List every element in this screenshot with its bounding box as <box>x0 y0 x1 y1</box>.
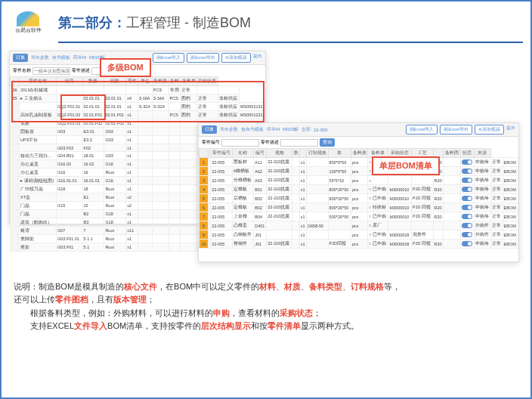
cell: GQ2.F01.02 <box>57 111 83 119</box>
column-header[interactable]: 单位 <box>138 77 152 86</box>
excel-import-button-2[interactable]: 画Excel导入 <box>406 125 438 135</box>
table-row[interactable]: 262013在机械城PCS常用正常 <box>11 86 265 94</box>
cell: 广州模万晶 <box>20 185 57 193</box>
cell: G03.F01.01 <box>57 235 83 243</box>
half-m-link[interactable]: 回半M <box>73 54 86 61</box>
export-params-link-2[interactable]: 导出参数 <box>220 126 238 133</box>
submit-link-2[interactable]: 提出 <box>506 125 515 135</box>
cell <box>138 185 152 193</box>
column-header[interactable]: 备料类 <box>152 77 169 86</box>
table-row[interactable]: 822-055凸榫盖D401x1D658-50pcs○ 原厂外购件正常EBOM <box>200 221 518 230</box>
m020-link-2[interactable]: M020解 <box>283 126 298 133</box>
table-row[interactable]: GQ2.F01.0102.01.0102.01.01x1S-32AS-32A图档… <box>11 103 265 111</box>
submit-link[interactable]: 提出 <box>253 53 262 63</box>
cell: 正常 <box>490 230 503 240</box>
cell: S-32A <box>152 103 169 111</box>
order-button-2[interactable]: 订单 <box>202 125 217 134</box>
column-header[interactable]: 零件编号 <box>211 149 233 158</box>
column-header[interactable] <box>200 149 209 158</box>
cell: 02.01.01 <box>104 94 126 103</box>
table-row[interactable]: 922-055凸钢板件J01x1pcs○ 已申购M3000018混形件外购件正常… <box>200 230 518 240</box>
column-header[interactable]: 零件 <box>126 77 138 86</box>
table-row[interactable]: 722-055上前榫B0422-210抗腐x1500*20*50pcs○ 已申购… <box>200 212 518 221</box>
column-header[interactable]: 零件名称 <box>20 77 57 86</box>
toggle-switch[interactable] <box>462 196 472 201</box>
column-header[interactable] <box>11 77 20 86</box>
table-row[interactable]: 322-055分榫槽板A6322-210抗腐x155*5*10pcs○R20中购… <box>200 176 518 185</box>
cell <box>460 221 474 230</box>
cell <box>169 103 181 111</box>
cell <box>307 240 329 249</box>
cell <box>169 193 181 202</box>
toggle-switch[interactable] <box>462 169 472 174</box>
cell: pcs <box>351 240 367 249</box>
cell: M3000010 <box>388 194 412 203</box>
cell: pcs <box>351 185 367 194</box>
table-row[interactable]: 25▸ 工业插头02.01.0102.01.01x43-16A3-16APCS图… <box>11 94 265 103</box>
export-params-link[interactable]: 导出参数 <box>31 54 49 61</box>
excel-export-button-2[interactable]: 画Excel导出 <box>440 125 472 135</box>
cell: G03.F02 <box>57 144 83 152</box>
toggle-switch[interactable] <box>462 159 472 165</box>
cell <box>169 202 181 210</box>
table-row[interactable]: 422-055定榫板B0122-210抗腐x1800*20*50pcs○ 已申购… <box>200 185 518 194</box>
column-header[interactable]: 来源 <box>474 149 490 158</box>
cell <box>307 212 329 221</box>
column-header[interactable]: 名称 <box>232 149 254 158</box>
column-header[interactable]: 备料 <box>169 77 181 86</box>
toggle-switch[interactable] <box>462 232 472 237</box>
add-mold-button[interactable]: ⊕添加模具 <box>221 53 251 63</box>
excel-import-button[interactable]: 画Excel导入 <box>153 53 185 63</box>
column-header[interactable]: 规格 <box>267 149 292 158</box>
project-link[interactable]: 22-055 <box>314 128 328 132</box>
column-header[interactable]: 数量 <box>82 77 104 86</box>
cell <box>307 230 329 240</box>
save-template-link-2[interactable]: 色存为模板 <box>241 126 264 133</box>
column-header[interactable]: 备料单 <box>181 77 197 86</box>
cell: ○ 已申购 <box>368 185 388 194</box>
toggle-switch[interactable] <box>462 241 472 246</box>
cell <box>292 240 300 249</box>
part-no-input[interactable] <box>221 139 259 147</box>
column-header[interactable]: 级数 <box>104 77 126 86</box>
toggle-switch[interactable] <box>462 205 472 210</box>
column-header[interactable]: 状态 <box>460 149 474 158</box>
cell: 22-210抗腐 <box>267 240 292 249</box>
toggle-switch[interactable] <box>462 178 472 183</box>
column-header[interactable]: 编号 <box>57 77 83 86</box>
toggle-switch[interactable] <box>462 187 472 192</box>
search-input[interactable] <box>32 67 70 75</box>
cell <box>181 136 197 144</box>
all-link[interactable]: 全部 <box>302 126 311 133</box>
toggle-switch[interactable] <box>462 223 472 228</box>
table-row[interactable]: 122-055面板材A1122-210抗腐x1850*5*50pcs○ 已申购M… <box>200 158 518 167</box>
half-m-link-2[interactable]: ④半M <box>267 126 280 133</box>
column-header[interactable]: 备料类 <box>351 149 367 158</box>
column-header[interactable]: 备料图 <box>444 149 460 158</box>
column-header[interactable]: 编号 <box>254 149 267 158</box>
save-template-link[interactable]: 存为模板 <box>52 54 70 61</box>
column-header[interactable]: 采购状态 <box>196 77 218 86</box>
cell <box>460 194 474 203</box>
column-header[interactable]: 订制规格 <box>307 149 329 158</box>
column-header[interactable] <box>299 149 306 158</box>
cell <box>82 86 104 94</box>
cell <box>181 185 197 193</box>
table-row[interactable]: 1022-055整钢件J0122-210抗腐x1PJD同报pcs○ 已申购M30… <box>200 240 518 249</box>
cell <box>138 128 152 136</box>
table-row[interactable]: 622-055定榫板B0222-210抗腐x1800*20*50pcs○ 特殊标… <box>200 203 518 212</box>
add-mold-button-2[interactable]: ⊕添加模具 <box>475 125 504 135</box>
table-row[interactable]: 522-055后槽板B0222-210抗腐x1800*20*50pcs○ 已申购… <box>200 194 518 203</box>
cell: 800*20*50 <box>328 185 351 194</box>
cell: 18 <box>82 185 104 193</box>
excel-export-button[interactable]: 画Excel导出 <box>187 53 219 63</box>
column-header[interactable]: 数 <box>292 149 300 158</box>
toggle-switch[interactable] <box>462 214 472 219</box>
order-button[interactable]: 订单 <box>13 54 28 62</box>
table-row[interactable]: 222-055A榫槽板A6222-210抗腐x1100*5*50pcs○ 已申购… <box>200 167 518 176</box>
cell: PJD 同报 <box>412 185 433 194</box>
desc-input-2[interactable] <box>280 139 318 147</box>
query-button-2[interactable]: 查询 <box>320 138 335 147</box>
table-row[interactable]: 高50孔油制座板GQ2.F01.0202.01.F0102.01.F01x1PC… <box>11 111 265 119</box>
column-header[interactable]: 单 <box>328 149 351 158</box>
